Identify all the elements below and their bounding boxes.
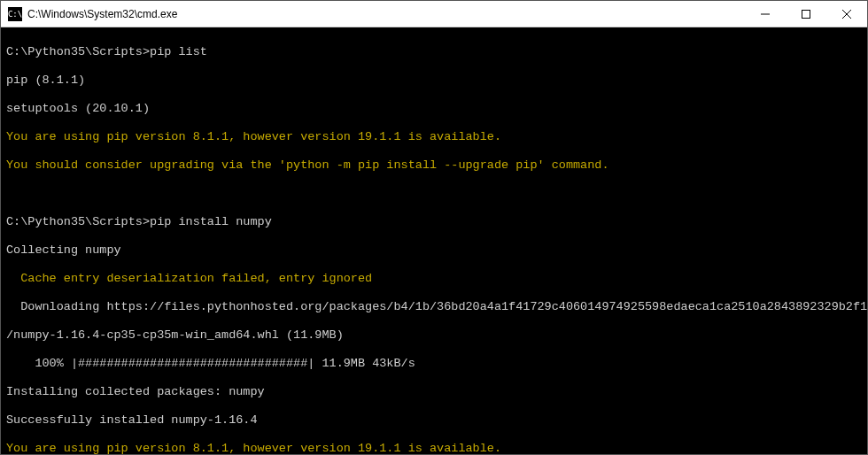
prompt-line: C:\Python35\Scripts>pip list <box>6 45 862 59</box>
output-line: pip (8.1.1) <box>6 73 862 88</box>
prompt: C:\Python35\Scripts> <box>6 45 150 58</box>
command: pip install numpy <box>150 215 272 228</box>
command: pip list <box>150 45 207 58</box>
warning-line: Cache entry deserialization failed, entr… <box>6 272 862 286</box>
maximize-button[interactable] <box>786 1 826 27</box>
close-button[interactable] <box>826 1 867 27</box>
maximize-icon <box>802 10 810 19</box>
minimize-icon <box>761 10 770 19</box>
output-line: /numpy-1.16.4-cp35-cp35m-win_amd64.whl (… <box>6 328 862 343</box>
cmd-icon: C:\ <box>8 7 22 21</box>
output-line: Collecting numpy <box>6 243 862 258</box>
titlebar[interactable]: C:\ C:\Windows\System32\cmd.exe <box>1 1 867 27</box>
svg-rect-1 <box>802 10 810 18</box>
output-line: Downloading https://files.pythonhosted.o… <box>6 300 862 314</box>
cmd-window: C:\ C:\Windows\System32\cmd.exe C:\Pytho… <box>0 0 868 455</box>
prompt-line: C:\Python35\Scripts>pip install numpy <box>6 215 862 229</box>
warning-line: You should consider upgrading via the 'p… <box>6 158 862 173</box>
window-title: C:\Windows\System32\cmd.exe <box>27 8 745 20</box>
output-line: Installing collected packages: numpy <box>6 385 862 399</box>
output-line: setuptools (20.10.1) <box>6 102 862 116</box>
progress-line: 100% |################################| … <box>6 357 862 371</box>
output-line: Successfully installed numpy-1.16.4 <box>6 413 862 428</box>
close-icon <box>842 10 851 19</box>
window-controls <box>745 1 867 27</box>
minimize-button[interactable] <box>745 1 786 27</box>
blank-line <box>6 187 862 201</box>
warning-line: You are using pip version 8.1.1, however… <box>6 130 862 144</box>
terminal-output[interactable]: C:\Python35\Scripts>pip list pip (8.1.1)… <box>1 27 867 454</box>
prompt: C:\Python35\Scripts> <box>6 215 150 228</box>
warning-line: You are using pip version 8.1.1, however… <box>6 442 862 454</box>
